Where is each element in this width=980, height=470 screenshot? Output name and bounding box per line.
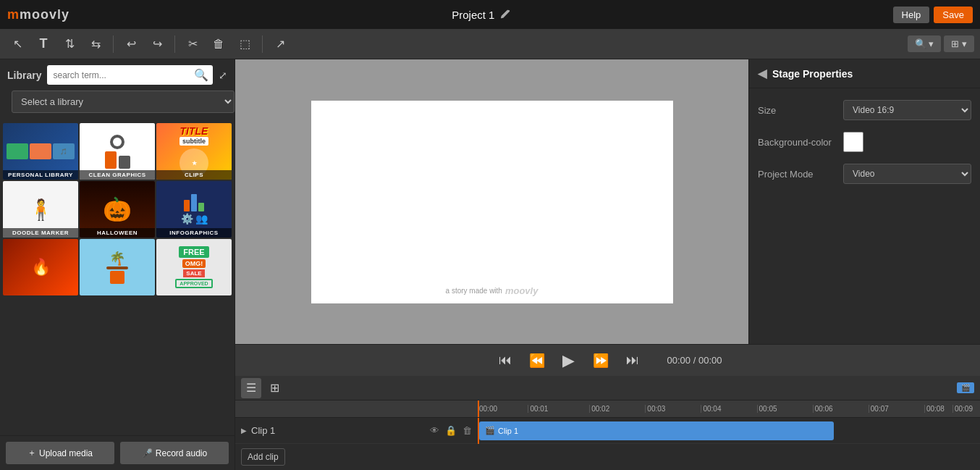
library-grid: 🎵 Personal Library xyxy=(0,122,235,297)
upload-media-button[interactable]: ＋ Upload media xyxy=(6,442,114,464)
list-item[interactable]: 🎃 Halloween xyxy=(80,181,155,238)
edit-icon[interactable] xyxy=(500,9,510,20)
stage-grid-button[interactable]: ⊞ ▾ xyxy=(944,35,974,52)
watermark: a story made with moovly xyxy=(446,285,538,303)
library-select[interactable]: Select a library Personal Library Clean … xyxy=(12,91,235,113)
ruler-tick-4: 00:04 xyxy=(701,405,721,413)
canvas-right-area: a story made with moovly ◀ Stage Propert… xyxy=(235,59,980,344)
track-delete-icon[interactable]: 🗑 xyxy=(462,425,472,436)
timeline-clip-icon: 🎬 xyxy=(957,382,974,393)
clip-film-icon: 🎬 xyxy=(485,426,495,435)
time-separator: / xyxy=(693,355,698,366)
list-item[interactable]: 🔥 xyxy=(3,239,78,295)
logo: mmoovly xyxy=(7,7,69,22)
toolbar-divider-1 xyxy=(113,35,114,53)
copy-button[interactable]: ⬚ xyxy=(233,33,256,56)
undo-button[interactable]: ↩ xyxy=(119,33,143,56)
project-mode-label: Project Mode xyxy=(758,169,837,180)
rewind-button[interactable]: ⏪ xyxy=(525,349,549,372)
redo-button[interactable]: ↪ xyxy=(145,33,169,56)
topbar-actions: Help Save xyxy=(893,7,973,23)
help-button[interactable]: Help xyxy=(893,7,930,23)
playhead[interactable] xyxy=(478,400,479,417)
add-clip-button[interactable]: Add clip xyxy=(241,448,285,466)
library-item-label: Personal Library xyxy=(3,170,78,180)
project-title-area: Project 1 xyxy=(452,9,510,21)
delete-button[interactable]: 🗑 xyxy=(207,33,230,56)
transport-bar: ⏮ ⏪ ▶ ⏩ ⏭ 00:00 / 00:00 xyxy=(235,344,980,376)
expand-icon[interactable]: ⤢ xyxy=(219,70,227,81)
track-content: 🎬 Clip 1 xyxy=(478,418,980,444)
total-time: 00:00 xyxy=(698,355,722,366)
timeline-ruler: 00:00 00:01 00:02 00:03 00:04 00:05 00:0… xyxy=(478,400,980,417)
list-item[interactable]: 🎵 Personal Library xyxy=(3,123,78,180)
toolbar: ↖ T ⇅ ⇆ ↩ ↪ ✂ 🗑 ⬚ ↗ 🔍 ▾ ⊞ ▾ xyxy=(0,29,980,59)
text-tool-button[interactable]: T xyxy=(32,33,55,56)
transport-time: 00:00 / 00:00 xyxy=(667,355,722,366)
library-scroll-area: 🎵 Personal Library xyxy=(0,122,235,435)
center-right-wrapper: a story made with moovly ◀ Stage Propert… xyxy=(235,59,980,470)
library-header: Library 🔍 ⤢ xyxy=(0,59,235,91)
library-grid-scroll[interactable]: 🎵 Personal Library xyxy=(0,122,235,435)
list-item[interactable]: 🌴 xyxy=(80,239,155,295)
skip-forward-button[interactable]: ⏭ xyxy=(621,349,644,372)
fast-forward-button[interactable]: ⏩ xyxy=(589,349,612,372)
timeline-list-view-button[interactable]: ☰ xyxy=(241,378,261,398)
watermark-brand: moovly xyxy=(505,285,538,296)
upload-icon: ＋ xyxy=(28,447,36,459)
current-time: 00:00 xyxy=(667,355,691,366)
list-item[interactable]: TITLE subtitle ★ Clips xyxy=(156,123,232,180)
clip-label: Clip 1 xyxy=(251,425,275,436)
library-label: Library xyxy=(7,70,41,81)
ruler-tick-7: 00:07 xyxy=(869,405,889,413)
skip-back-button[interactable]: ⏮ xyxy=(494,349,517,372)
list-item[interactable]: ⚙️ 👥 Infographics xyxy=(156,181,232,238)
library-item-label: Clean Graphics xyxy=(80,170,155,180)
track-lock-icon[interactable]: 🔒 xyxy=(445,425,457,436)
forward-button[interactable]: ↗ xyxy=(269,33,292,56)
size-select[interactable]: Video 16:9 Video 4:3 Custom xyxy=(843,100,971,120)
clip-block[interactable]: 🎬 Clip 1 xyxy=(479,421,834,440)
library-item-label: Halloween xyxy=(80,228,155,238)
save-button[interactable]: Save xyxy=(934,7,973,23)
stage-properties-title: Stage Properties xyxy=(772,68,853,80)
bg-color-swatch[interactable] xyxy=(843,132,863,152)
right-panel: ◀ Stage Properties Size Video 16:9 Video… xyxy=(748,59,980,344)
ruler-tick-1: 00:01 xyxy=(528,405,548,413)
timeline-tracks: ▶ Clip 1 👁 🔒 🗑 🎬 xyxy=(235,418,980,444)
project-mode-select[interactable]: Video Presentation GIF xyxy=(843,164,971,184)
library-search-box: 🔍 xyxy=(47,65,213,85)
timeline-area: ☰ ⊞ 🎬 00:00 00:01 00:02 xyxy=(235,376,980,470)
library-item-label: Infographics xyxy=(156,228,232,238)
canvas-area[interactable]: a story made with moovly xyxy=(235,59,748,344)
flip-tool-button[interactable]: ⇆ xyxy=(84,33,107,56)
stage-search-button[interactable]: 🔍 ▾ xyxy=(908,35,942,52)
play-button[interactable]: ▶ xyxy=(557,349,580,372)
track-label-row: ▶ Clip 1 👁 🔒 🗑 xyxy=(235,418,478,444)
collapse-icon[interactable]: ◀ xyxy=(758,67,766,80)
list-item[interactable]: 🧍 Doodle Marker xyxy=(3,181,78,238)
toolbar-divider-2 xyxy=(174,35,175,53)
cut-button[interactable]: ✂ xyxy=(181,33,204,56)
timeline-grid-view-button[interactable]: ⊞ xyxy=(264,378,284,398)
select-tool-button[interactable]: ↖ xyxy=(6,33,29,56)
list-item[interactable]: FREE OMG! SALE APPROVED xyxy=(156,239,232,295)
upload-label: Upload media xyxy=(39,448,93,458)
project-title: Project 1 xyxy=(452,9,494,21)
main-area: Library 🔍 ⤢ Select a library Personal Li… xyxy=(0,59,980,470)
ruler-ticks-container: 00:00 00:01 00:02 00:03 00:04 00:05 00:0… xyxy=(478,400,980,417)
project-mode-property-row: Project Mode Video Presentation GIF xyxy=(758,164,971,184)
track-expand-icon[interactable]: ▶ xyxy=(241,427,247,435)
search-icon[interactable]: 🔍 xyxy=(190,65,213,85)
align-tool-button[interactable]: ⇅ xyxy=(58,33,81,56)
stage-properties-header: ◀ Stage Properties xyxy=(749,59,980,88)
list-item[interactable]: Clean Graphics xyxy=(80,123,155,180)
canvas-stage: a story made with moovly xyxy=(311,101,673,303)
track-eye-icon[interactable]: 👁 xyxy=(430,425,439,436)
ruler-tick-2: 00:02 xyxy=(589,405,609,413)
search-input[interactable] xyxy=(47,67,190,83)
ruler-tick-9: 00:09 xyxy=(952,405,973,413)
record-audio-button[interactable]: 🎤 Record audio xyxy=(120,442,229,464)
mic-icon: 🎤 xyxy=(142,448,153,458)
library-item-label: Doodle Marker xyxy=(3,228,78,238)
